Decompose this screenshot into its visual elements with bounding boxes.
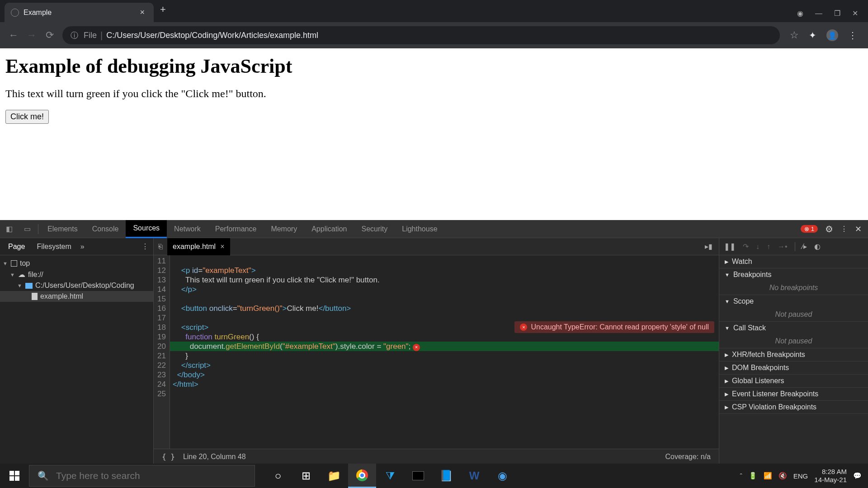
code-line[interactable]: <p id="exampleText"> <box>170 266 719 275</box>
debugger-section-breakpoints[interactable]: ▼Breakpoints <box>719 268 868 281</box>
volume-icon[interactable]: 🔇 <box>778 472 787 480</box>
navigator-more-icon[interactable]: ⋮ <box>142 242 150 251</box>
tree-scheme[interactable]: ▼☁file:// <box>0 269 153 280</box>
profile-icon[interactable]: 👤 <box>826 29 838 41</box>
tree-file[interactable]: example.html <box>0 291 153 302</box>
settings-gear-icon[interactable]: ⚙ <box>825 224 833 235</box>
pretty-print-icon[interactable]: { } <box>162 452 175 461</box>
debugger-section-dom-breakpoints[interactable]: ▶DOM Breakpoints <box>719 361 868 374</box>
step-over-icon[interactable]: ↷ <box>743 242 749 251</box>
inspect-icon[interactable]: ◧ <box>0 225 18 233</box>
new-tab-button[interactable]: + <box>154 4 172 15</box>
account-icon[interactable]: ◉ <box>797 9 803 18</box>
step-into-icon[interactable]: ↓ <box>756 243 760 251</box>
tree-top[interactable]: ▼top <box>0 258 153 269</box>
tray-chevron-icon[interactable]: ˆ <box>740 472 742 480</box>
debugger-section-watch[interactable]: ▶Watch <box>719 255 868 268</box>
editor-file-tab[interactable]: example.html × <box>167 238 230 255</box>
tree-folder[interactable]: ▼C:/Users/User/Desktop/Coding <box>0 280 153 291</box>
devtools-tab-security[interactable]: Security <box>354 220 395 238</box>
search-icon: 🔍 <box>38 470 49 481</box>
navigator-overflow-icon[interactable]: » <box>80 243 85 251</box>
pause-on-exceptions-icon[interactable]: ◐ <box>814 242 821 251</box>
device-toggle-icon[interactable]: ▭ <box>18 225 36 233</box>
code-line[interactable]: } <box>170 351 719 361</box>
code-line[interactable]: function turnGreen() { <box>170 332 719 342</box>
code-line[interactable]: This text will turn green if you click t… <box>170 275 719 285</box>
code-line[interactable] <box>170 389 719 399</box>
devtools-tab-elements[interactable]: Elements <box>40 220 85 238</box>
devtools-tabs: ◧ ▭ ElementsConsoleSourcesNetworkPerform… <box>0 220 868 238</box>
word-icon[interactable]: W <box>460 464 488 488</box>
code-line[interactable]: <button onclick="turnGreen()">Click me!<… <box>170 304 719 313</box>
minimize-icon[interactable]: — <box>815 9 822 18</box>
vscode-icon[interactable]: ⧩ <box>376 464 404 488</box>
debugger-section-global-listeners[interactable]: ▶Global Listeners <box>719 375 868 387</box>
terminal-icon[interactable] <box>404 464 432 488</box>
code-line[interactable]: </html> <box>170 380 719 389</box>
menu-icon[interactable]: ⋮ <box>848 30 857 41</box>
extensions-icon[interactable]: ✦ <box>809 30 816 41</box>
clock[interactable]: 8:28 AM 14-May-21 <box>814 468 847 484</box>
devtools-tab-console[interactable]: Console <box>85 220 126 238</box>
code-line[interactable] <box>170 294 719 304</box>
run-snippet-icon[interactable]: ▸▮ <box>698 242 719 251</box>
code-line[interactable]: document.getElementById("#exampleText").… <box>170 342 719 351</box>
cursor-position: Line 20, Column 48 <box>183 453 246 461</box>
code-area[interactable]: 111213141516171819202122232425 × Uncaugh… <box>154 255 719 449</box>
battery-icon[interactable]: 🔋 <box>749 472 757 480</box>
browser-tab[interactable]: Example × <box>5 3 154 22</box>
deactivate-breakpoints-icon[interactable]: ⁄▸ <box>802 242 807 251</box>
language-indicator[interactable]: ENG <box>793 472 808 480</box>
debugger-section-xhr-fetch-breakpoints[interactable]: ▶XHR/fetch Breakpoints <box>719 348 868 361</box>
app-icon-2[interactable]: ◉ <box>488 464 516 488</box>
page-heading: Example of debugging JavaScript <box>5 55 863 78</box>
devtools-menu-icon[interactable]: ⋮ <box>840 225 848 233</box>
error-count-badge[interactable]: ⊗1 <box>801 225 818 233</box>
debugger-section-csp-violation-breakpoints[interactable]: ▶CSP Violation Breakpoints <box>719 401 868 413</box>
close-window-icon[interactable]: ✕ <box>852 9 858 18</box>
wifi-icon[interactable]: 📶 <box>764 472 772 480</box>
cortana-icon[interactable]: ○ <box>264 464 292 488</box>
reload-button[interactable]: ⟳ <box>41 26 59 44</box>
devtools-tab-application[interactable]: Application <box>304 220 354 238</box>
url-scheme: File <box>84 31 97 40</box>
devtools-tab-performance[interactable]: Performance <box>208 220 264 238</box>
code-line[interactable]: </body> <box>170 370 719 380</box>
system-tray: ˆ 🔋 📶 🔇 ENG 8:28 AM 14-May-21 💬 <box>740 468 868 484</box>
editor-history-icon[interactable]: ⎗ <box>154 243 167 251</box>
devtools-close-icon[interactable]: ✕ <box>855 224 862 234</box>
click-me-button[interactable]: Click me! <box>5 110 49 124</box>
forward-button[interactable]: → <box>23 26 41 44</box>
devtools-tab-lighthouse[interactable]: Lighthouse <box>395 220 444 238</box>
code-line[interactable] <box>170 256 719 266</box>
maximize-icon[interactable]: ❐ <box>834 9 840 18</box>
bookmark-icon[interactable]: ☆ <box>790 29 799 41</box>
file-explorer-icon[interactable]: 📁 <box>320 464 348 488</box>
devtools-tab-memory[interactable]: Memory <box>264 220 304 238</box>
start-button[interactable] <box>0 471 29 481</box>
notifications-icon[interactable]: 💬 <box>853 472 862 480</box>
code-line[interactable]: </p> <box>170 285 719 294</box>
navigator-tab-page[interactable]: Page <box>4 241 29 253</box>
app-icon-1[interactable]: 📘 <box>432 464 460 488</box>
back-button[interactable]: ← <box>5 26 23 44</box>
search-input[interactable] <box>56 470 246 481</box>
chrome-icon[interactable] <box>348 464 376 488</box>
task-view-icon[interactable]: ⊞ <box>292 464 320 488</box>
pause-icon[interactable]: ❚❚ <box>724 242 736 251</box>
info-icon[interactable]: ⓘ <box>71 30 78 41</box>
devtools-tab-network[interactable]: Network <box>167 220 208 238</box>
url-field[interactable]: ⓘ File | C:/Users/User/Desktop/Coding/Wo… <box>62 26 780 44</box>
code-line[interactable]: </script> <box>170 361 719 370</box>
debugger-section-call-stack[interactable]: ▼Call Stack <box>719 322 868 334</box>
step-out-icon[interactable]: ↑ <box>767 243 770 251</box>
navigator-tab-filesystem[interactable]: Filesystem <box>32 241 75 253</box>
close-file-icon[interactable]: × <box>220 243 224 251</box>
step-icon[interactable]: →• <box>778 243 788 251</box>
debugger-section-event-listener-breakpoints[interactable]: ▶Event Listener Breakpoints <box>719 388 868 400</box>
close-tab-icon[interactable]: × <box>137 7 147 18</box>
debugger-section-scope[interactable]: ▼Scope <box>719 295 868 308</box>
taskbar-search[interactable]: 🔍 <box>29 465 255 487</box>
devtools-tab-sources[interactable]: Sources <box>126 220 167 238</box>
